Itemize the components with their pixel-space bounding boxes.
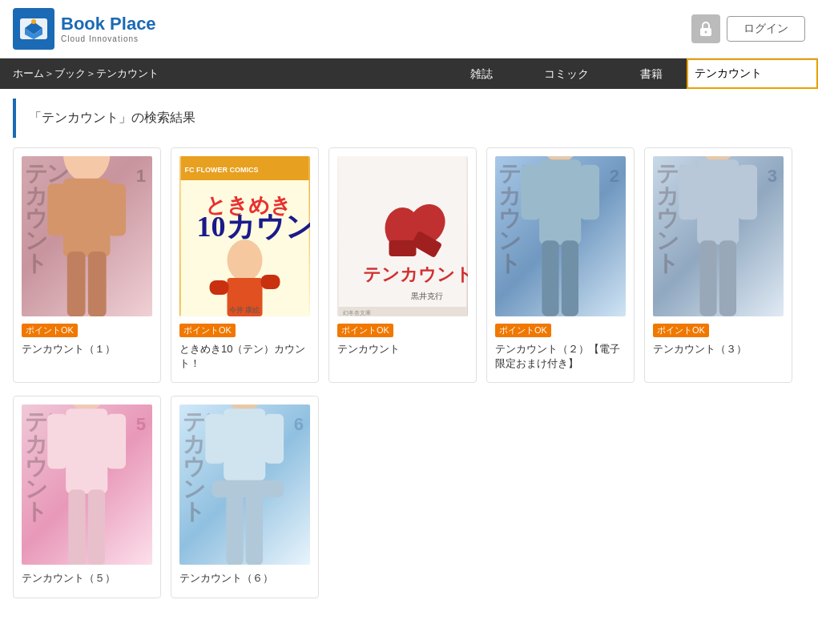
logo-sub: Cloud Innovations — [61, 34, 156, 43]
svg-rect-7 — [108, 183, 127, 235]
svg-text:10カウント!: 10カウント! — [197, 211, 311, 243]
svg-rect-19 — [210, 280, 229, 295]
svg-text:FC FLOWER COMICS: FC FLOWER COMICS — [185, 166, 259, 174]
point-badge: ポイントOK — [337, 324, 393, 337]
logo-title: Book Place — [61, 14, 156, 34]
logo-icon — [13, 8, 54, 50]
book-cover: テンカウント 1 — [22, 156, 152, 316]
nav-comic[interactable]: コミック — [520, 67, 613, 80]
svg-rect-44 — [719, 240, 736, 316]
svg-text:黒井克行: 黒井克行 — [411, 292, 443, 300]
svg-rect-34 — [522, 165, 541, 219]
login-button[interactable]: ログイン — [727, 16, 805, 42]
svg-rect-20 — [261, 275, 280, 289]
svg-rect-9 — [88, 252, 107, 316]
svg-rect-40 — [697, 159, 739, 244]
book-title: テンカウント（６） — [179, 571, 310, 586]
book-cover: テンカウント 6 — [179, 405, 310, 565]
svg-rect-48 — [48, 413, 67, 468]
svg-rect-59 — [246, 493, 263, 566]
nav-links: 雑誌 コミック 書籍 — [446, 58, 687, 89]
logo-text: Book Place Cloud Innovations — [61, 14, 156, 42]
book-title: テンカウント — [337, 342, 468, 356]
book-cover: FC FLOWER COMICS ときめき 10カウント! 今井 康絵 — [179, 156, 310, 316]
svg-rect-33 — [539, 159, 581, 244]
nav: ホーム＞ブック＞テンカウント 雑誌 コミック 書籍 — [0, 58, 818, 89]
book-card[interactable]: テンカウント 5 テンカウント（５） — [13, 396, 161, 598]
point-badge: ポイントOK — [495, 324, 551, 337]
book-card[interactable]: FC FLOWER COMICS ときめき 10カウント! 今井 康絵 ポイント… — [171, 147, 319, 383]
nav-book[interactable]: 書籍 — [616, 67, 687, 80]
svg-text:今井 康絵: 今井 康絵 — [229, 306, 260, 314]
book-card[interactable]: テンカウント 6 テンカウント（６） — [171, 396, 319, 598]
book-grid: テンカウント 1 ポイントOK テンカウント（１） FC FLOWER COMI — [0, 147, 818, 396]
svg-rect-58 — [227, 493, 244, 566]
svg-rect-43 — [700, 240, 717, 316]
svg-point-1 — [31, 19, 36, 24]
svg-point-3 — [705, 31, 707, 34]
svg-rect-55 — [206, 413, 225, 463]
svg-rect-49 — [107, 413, 126, 468]
book-title: テンカウント（１） — [22, 342, 152, 356]
book-card[interactable]: テンカウント 2 ポイントOK テンカウント（２）【電子限定おまけ付き】 — [486, 147, 635, 383]
login-area: ログイン — [691, 14, 805, 43]
book-card[interactable]: テンカウント 1 ポイントOK テンカウント（１） — [13, 147, 161, 383]
svg-rect-42 — [738, 165, 757, 219]
svg-point-17 — [228, 239, 263, 281]
svg-rect-36 — [542, 240, 559, 316]
svg-rect-35 — [580, 165, 599, 219]
svg-text:テンカウント: テンカウント — [363, 264, 469, 284]
book-grid-row2: テンカウント 5 テンカウント（５） テンカウント 6 — [0, 396, 818, 610]
svg-rect-47 — [66, 409, 107, 493]
book-card[interactable]: テンカウント 3 ポイントOK テンカウント（３） — [644, 147, 792, 383]
search-input[interactable] — [688, 60, 816, 87]
svg-rect-56 — [264, 413, 284, 463]
book-card[interactable]: テンカウント 黒井克行 幻冬舎文庫 ポイントOK テンカウント — [328, 147, 477, 383]
logo-area: Book Place Cloud Innovations — [13, 8, 156, 50]
svg-rect-50 — [69, 489, 86, 566]
book-title: テンカウント（５） — [22, 571, 152, 586]
svg-rect-51 — [88, 489, 105, 566]
book-cover: テンカウント 2 — [495, 156, 626, 316]
svg-rect-5 — [63, 178, 111, 256]
point-badge: ポイントOK — [22, 324, 78, 337]
book-title: テンカウント（３） — [653, 342, 784, 356]
book-cover: テンカウント 3 — [653, 156, 784, 316]
search-box — [687, 58, 818, 89]
svg-rect-41 — [679, 165, 699, 219]
point-badge: ポイントOK — [653, 324, 709, 337]
lock-button[interactable] — [691, 14, 720, 43]
nav-magazine[interactable]: 雑誌 — [446, 67, 517, 80]
header: Book Place Cloud Innovations ログイン — [0, 0, 818, 58]
point-badge: ポイントOK — [179, 324, 236, 337]
search-heading: 「テンカウント」の検索結果 — [13, 99, 805, 138]
book-title: ときめき10（テン）カウント！ — [179, 342, 310, 371]
svg-rect-54 — [224, 409, 265, 481]
svg-rect-6 — [48, 183, 66, 235]
breadcrumb: ホーム＞ブック＞テンカウント — [0, 66, 446, 81]
book-cover: テンカウント 5 — [22, 405, 152, 565]
svg-rect-8 — [67, 252, 86, 316]
svg-rect-37 — [562, 240, 578, 316]
book-cover: テンカウント 黒井克行 幻冬舎文庫 — [337, 156, 468, 316]
book-title: テンカウント（２）【電子限定おまけ付き】 — [495, 342, 626, 371]
svg-text:幻冬舎文庫: 幻冬舎文庫 — [343, 310, 371, 316]
